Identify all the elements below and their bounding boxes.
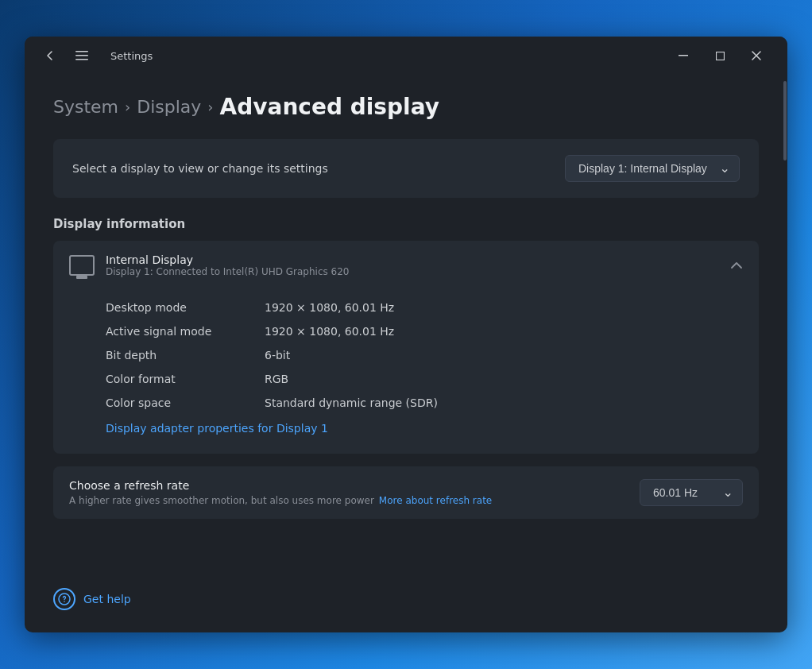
display-dropdown-wrapper: Display 1: Internal Display — [565, 155, 740, 182]
svg-rect-1 — [75, 55, 88, 56]
display-name-group: Internal Display Display 1: Connected to… — [106, 253, 350, 277]
display-dropdown[interactable]: Display 1: Internal Display — [565, 155, 740, 182]
display-info-header[interactable]: Internal Display Display 1: Connected to… — [53, 241, 759, 290]
svg-rect-3 — [679, 55, 688, 56]
close-button[interactable] — [738, 43, 775, 68]
info-label-bit-depth: Bit depth — [106, 349, 265, 362]
display-info-header-left: Internal Display Display 1: Connected to… — [69, 253, 350, 277]
menu-button[interactable] — [69, 43, 95, 68]
adapter-properties-link[interactable]: Display adapter properties for Display 1 — [106, 416, 743, 438]
display-subtitle: Display 1: Connected to Intel(R) UHD Gra… — [106, 266, 350, 277]
titlebar: Settings — [25, 37, 787, 75]
refresh-rate-card: Choose a refresh rate A higher rate give… — [53, 466, 759, 519]
info-row-active-signal: Active signal mode 1920 × 1080, 60.01 Hz — [106, 320, 743, 342]
refresh-dropdown-wrapper: 60.01 Hz — [640, 479, 743, 506]
info-value-color-space: Standard dynamic range (SDR) — [265, 396, 438, 409]
refresh-rate-left: Choose a refresh rate A higher rate give… — [69, 479, 492, 506]
select-display-card: Select a display to view or change its s… — [53, 139, 759, 198]
info-label-desktop-mode: Desktop mode — [106, 301, 265, 314]
svg-rect-4 — [716, 52, 724, 60]
breadcrumb-sep2: › — [207, 99, 213, 115]
refresh-rate-desc-row: A higher rate gives smoother motion, but… — [69, 495, 492, 506]
display-name: Internal Display — [106, 253, 350, 266]
info-label-active-signal: Active signal mode — [106, 325, 265, 338]
scrollbar-thumb — [783, 81, 787, 160]
refresh-rate-dropdown[interactable]: 60.01 Hz — [640, 479, 743, 506]
info-label-color-format: Color format — [106, 373, 265, 385]
back-button[interactable] — [37, 43, 63, 68]
minimize-button[interactable] — [665, 43, 702, 68]
page-title: Advanced display — [220, 94, 439, 120]
main-content: System › Display › Advanced display Sele… — [25, 75, 787, 632]
chevron-up-icon — [730, 259, 743, 272]
display-info-section-title: Display information — [53, 217, 759, 231]
window-title: Settings — [110, 50, 153, 62]
info-row-desktop-mode: Desktop mode 1920 × 1080, 60.01 Hz — [106, 296, 743, 319]
info-row-color-format: Color format RGB — [106, 368, 743, 390]
svg-rect-2 — [75, 59, 88, 60]
display-info-card: Internal Display Display 1: Connected to… — [53, 241, 759, 454]
breadcrumb-sep1: › — [125, 99, 130, 115]
breadcrumb-display[interactable]: Display — [137, 97, 201, 117]
refresh-rate-learn-link[interactable]: More about refresh rate — [379, 495, 492, 506]
info-value-color-format: RGB — [265, 373, 288, 385]
monitor-icon — [69, 255, 95, 276]
breadcrumb: System › Display › Advanced display — [53, 94, 759, 120]
display-info-body: Desktop mode 1920 × 1080, 60.01 Hz Activ… — [53, 290, 759, 454]
get-help-bar: Get help — [53, 575, 759, 613]
info-row-color-space: Color space Standard dynamic range (SDR) — [106, 392, 743, 414]
select-display-label: Select a display to view or change its s… — [72, 162, 328, 175]
svg-rect-0 — [75, 51, 88, 52]
info-value-bit-depth: 6-bit — [265, 349, 290, 362]
svg-point-8 — [64, 601, 65, 602]
scrollbar-track[interactable] — [783, 75, 787, 632]
refresh-rate-label: Choose a refresh rate — [69, 479, 492, 492]
breadcrumb-system[interactable]: System — [53, 97, 118, 117]
get-help-icon[interactable] — [53, 588, 75, 610]
info-label-color-space: Color space — [106, 396, 265, 409]
refresh-rate-desc: A higher rate gives smoother motion, but… — [69, 495, 374, 506]
info-row-bit-depth: Bit depth 6-bit — [106, 344, 743, 366]
get-help-label[interactable]: Get help — [83, 593, 131, 605]
info-value-desktop-mode: 1920 × 1080, 60.01 Hz — [265, 301, 394, 314]
info-value-active-signal: 1920 × 1080, 60.01 Hz — [265, 325, 394, 338]
maximize-button[interactable] — [702, 43, 738, 68]
